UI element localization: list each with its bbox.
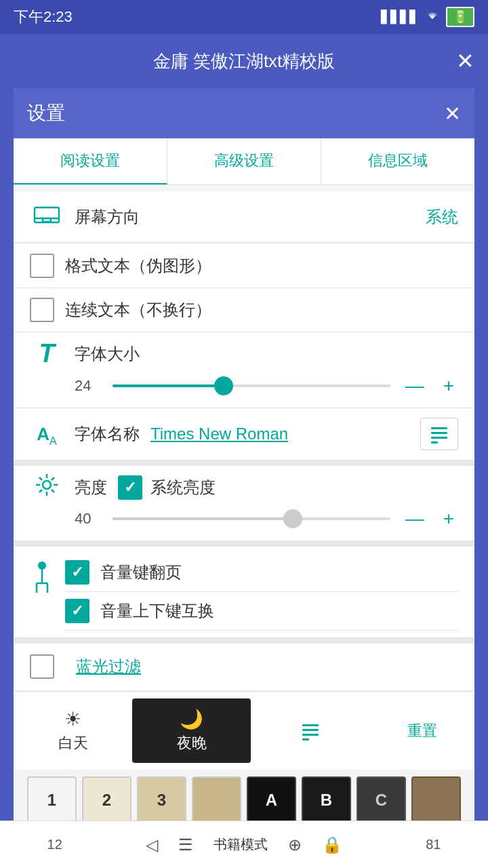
settings-content: 屏幕方向 系统 格式文本（伪图形） 连续文本（不换行） T 字体大小 24	[14, 185, 474, 837]
list-icon	[301, 722, 320, 741]
status-bar: 下午2:23 ▋▋▋▋ 🔋	[0, 0, 488, 34]
swatch-2[interactable]: 2	[82, 776, 131, 824]
svg-rect-6	[431, 441, 438, 443]
blue-light-checkbox[interactable]	[30, 654, 54, 679]
swatch-A[interactable]: A	[247, 776, 296, 824]
format-text-label: 格式文本（伪图形）	[65, 255, 211, 277]
battery-icon: 🔋	[446, 7, 474, 27]
night-mode-button[interactable]: 🌙 夜晚	[132, 698, 251, 763]
settings-header: 设置 ✕	[14, 88, 474, 138]
swatch-3[interactable]: 3	[137, 776, 186, 824]
continuous-text-label: 连续文本（不换行）	[65, 299, 211, 321]
night-icon: 🌙	[180, 708, 203, 730]
book-mode-label: 书籍模式	[214, 835, 268, 854]
bottom-toolbar: ☀ 白天 🌙 夜晚 重置	[14, 691, 474, 770]
page-right: 81	[415, 837, 451, 852]
screen-icon	[30, 203, 64, 231]
format-text-checkbox[interactable]	[30, 254, 54, 278]
system-brightness-checkbox[interactable]	[118, 475, 142, 500]
divider-1	[14, 460, 474, 466]
svg-line-13	[52, 490, 54, 492]
svg-rect-24	[302, 738, 309, 741]
nav-icon-2[interactable]: ⊕	[288, 835, 302, 854]
swatch-1[interactable]: 1	[27, 776, 77, 824]
volume-key-page-checkbox[interactable]	[65, 560, 89, 585]
reset-button[interactable]: 重置	[369, 721, 474, 741]
font-size-label: 字体大小	[75, 343, 140, 365]
svg-line-12	[39, 477, 42, 480]
font-size-increase-button[interactable]: +	[439, 375, 458, 397]
divider-2	[14, 541, 474, 547]
volume-icon	[30, 559, 54, 602]
font-size-value: 24	[75, 377, 102, 395]
font-name-label: 字体名称	[75, 423, 140, 445]
wifi-icon	[424, 8, 441, 26]
tab-read[interactable]: 阅读设置	[14, 138, 167, 184]
night-label: 夜晚	[177, 733, 207, 753]
bottom-nav: 12 ◁ ☰ 书籍模式 ⊕ 🔒 81	[0, 821, 488, 868]
brightness-value: 40	[75, 510, 102, 528]
font-size-header: T 字体大小	[30, 339, 458, 368]
volume-key-swap-label: 音量上下键互换	[100, 600, 214, 622]
prev-icon[interactable]: ◁	[146, 835, 158, 854]
volume-key-page-row: 音量键翻页	[65, 553, 458, 592]
top-bar: 金庸 笑傲江湖txt精校版 金庸 笑傲江湖txt精校版 ✕	[0, 34, 488, 88]
swatch-B[interactable]: B	[302, 776, 351, 824]
brightness-header: 亮度 系统亮度	[30, 473, 458, 502]
swatch-D[interactable]	[411, 776, 461, 824]
format-text-row: 格式文本（伪图形）	[14, 244, 474, 288]
font-name-value[interactable]: Times New Roman	[150, 425, 420, 443]
volume-key-swap-row: 音量上下键互换	[65, 592, 458, 631]
nav-icon-1[interactable]: ☰	[178, 835, 193, 854]
brightness-section: 亮度 系统亮度 40 — +	[14, 466, 474, 541]
continuous-text-checkbox[interactable]	[30, 298, 54, 322]
svg-rect-0	[35, 208, 59, 222]
svg-rect-23	[302, 734, 319, 736]
font-size-slider-fill	[113, 384, 224, 387]
svg-rect-4	[431, 432, 447, 434]
tab-info[interactable]: 信息区域	[321, 138, 474, 184]
tab-advanced[interactable]: 高级设置	[167, 138, 321, 184]
top-bar-close-button[interactable]: ✕	[456, 48, 474, 74]
signal-icon: ▋▋▋▋	[381, 9, 419, 24]
font-name-icon: AA	[30, 420, 64, 448]
brightness-slider-row: 40 — +	[30, 508, 458, 530]
settings-panel: 设置 ✕ 阅读设置 高级设置 信息区域 屏幕方向 系统 格式文本（伪图形）	[14, 88, 474, 837]
screen-orientation-label: 屏幕方向	[75, 206, 426, 228]
svg-rect-5	[431, 437, 447, 439]
font-list-button[interactable]	[251, 712, 369, 750]
day-mode-button[interactable]: ☀ 白天	[14, 698, 132, 763]
font-name-row: AA 字体名称 Times New Roman	[14, 408, 474, 460]
svg-rect-2	[43, 218, 51, 222]
svg-point-7	[43, 481, 51, 489]
font-size-decrease-button[interactable]: —	[401, 375, 428, 397]
top-bar-title: 金庸 笑傲江湖txt精校版	[153, 50, 336, 73]
svg-rect-3	[431, 427, 447, 429]
tabs: 阅读设置 高级设置 信息区域	[14, 138, 474, 185]
settings-title: 设置	[27, 100, 65, 126]
day-icon: ☀	[64, 708, 81, 730]
time: 下午2:23	[14, 7, 73, 27]
brightness-increase-button[interactable]: +	[439, 508, 458, 530]
screen-orientation-value[interactable]: 系统	[426, 206, 458, 228]
brightness-label: 亮度	[75, 477, 107, 498]
lock-icon[interactable]: 🔒	[322, 835, 342, 854]
brightness-slider-thumb[interactable]	[283, 509, 302, 528]
brightness-decrease-button[interactable]: —	[401, 508, 428, 530]
blue-light-label: 蓝光过滤	[76, 656, 141, 677]
font-size-slider-row: 24 — +	[30, 375, 458, 397]
volume-key-swap-checkbox[interactable]	[65, 599, 89, 623]
settings-close-button[interactable]: ✕	[444, 102, 461, 125]
screen-orientation-row: 屏幕方向 系统	[14, 192, 474, 243]
status-icons: ▋▋▋▋ 🔋	[381, 7, 474, 27]
swatch-C[interactable]: C	[357, 776, 406, 824]
font-size-slider-thumb[interactable]	[214, 376, 233, 395]
font-name-list-button[interactable]	[420, 418, 458, 450]
blue-light-row: 蓝光过滤	[14, 644, 474, 690]
font-size-slider-track[interactable]	[113, 384, 390, 387]
swatch-4[interactable]	[192, 776, 241, 824]
brightness-slider-track[interactable]	[113, 517, 390, 520]
page-left: 12	[37, 837, 73, 852]
system-brightness-label: 系统亮度	[150, 477, 216, 498]
svg-rect-21	[302, 724, 319, 726]
